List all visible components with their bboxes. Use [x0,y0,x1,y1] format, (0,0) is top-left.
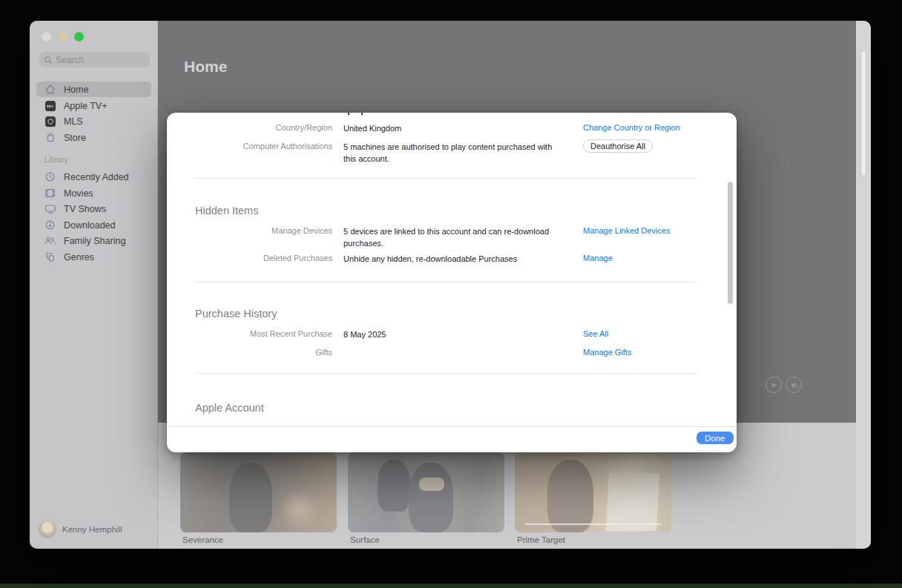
user-name: Kenny Hemphill [62,525,122,534]
sidebar-item-tv-shows[interactable]: TV Shows [36,201,151,217]
mute-button[interactable] [786,377,802,393]
manage-gifts-link[interactable]: Manage Gifts [583,348,631,357]
done-button[interactable]: Done [697,432,734,444]
row-label: Country/Region [167,123,332,132]
sidebar-item-label: Recently Added [64,172,129,182]
deauthorise-all-button[interactable]: Deauthorise All [583,139,653,153]
search-input[interactable] [56,55,137,65]
row-label: Most Recent Purchase [167,329,332,338]
sidebar-item-downloaded[interactable]: Downloaded [36,217,151,233]
poster-title: Prime Target [517,535,565,544]
search-field[interactable] [39,52,150,67]
sidebar-item-label: Genres [64,252,94,262]
manage-linked-devices-link[interactable]: Manage Linked Devices [583,226,670,235]
row-label: Computer Authorisations [167,142,332,151]
clipped-scrolled-text [348,113,349,115]
apple-account-heading: Apple Account [195,402,264,414]
sidebar-item-recently-added[interactable]: Recently Added [36,169,151,185]
play-button[interactable] [766,377,782,393]
row-value: United Kingdom [343,123,566,135]
sidebar-item-family-sharing[interactable]: Family Sharing [36,233,151,248]
sidebar-item-label: Store [64,133,86,143]
apple-tv-plus-icon: tv+ [44,101,56,111]
poster-prime-target[interactable] [515,452,671,532]
section-divider [195,282,697,283]
manage-deleted-purchases-link[interactable]: Manage [583,254,613,262]
genres-masks-icon [44,252,56,262]
sidebar-item-label: Home [64,85,88,95]
sidebar-item-genres[interactable]: Genres [36,249,151,265]
window-controls [42,32,84,42]
user-avatar [39,521,56,538]
sidebar: Home tv+ Apple TV+ MLS Store Library [30,21,158,549]
search-icon [44,56,53,65]
sidebar-item-label: Apple TV+ [64,101,108,111]
row-label: Gifts [167,348,332,357]
sidebar-item-movies[interactable]: Movies [36,185,151,201]
change-country-link[interactable]: Change Country or Region [583,123,680,132]
speaker-muted-icon [790,381,798,389]
row-value: 8 May 2025 [343,329,566,341]
window-scrollbar-track[interactable] [856,21,871,549]
window-scrollbar-thumb[interactable] [860,50,866,176]
sidebar-item-label: Family Sharing [64,236,125,246]
poster-surface[interactable] [348,452,504,532]
sidebar-item-label: Movies [64,188,93,199]
poster-severance[interactable] [180,452,337,532]
library-section-label: Library [45,155,68,164]
row-value: 5 devices are linked to this account and… [343,226,566,250]
section-divider [195,373,697,374]
sidebar-item-home[interactable]: Home [36,82,151,97]
sidebar-item-mls[interactable]: MLS [36,113,151,129]
row-value: Unhide any hidden, re-downloadable Purch… [343,254,566,265]
row-label: Manage Devices [167,226,332,235]
zoom-window-button[interactable] [74,32,84,42]
film-icon [44,189,56,197]
sidebar-item-store[interactable]: Store [36,130,151,145]
see-all-purchases-link[interactable]: See All [583,329,608,338]
account-settings-dialog: Country/Region United Kingdom Change Cou… [167,113,737,452]
poster-title: Surface [350,535,380,544]
close-window-button[interactable] [42,32,51,42]
desktop-wallpaper-strip [0,584,902,588]
sidebar-item-label: TV Shows [64,204,106,214]
store-bag-icon [44,133,56,142]
section-divider [195,178,697,179]
clock-icon [44,172,56,182]
home-icon [44,85,56,94]
sidebar-item-label: MLS [64,116,83,127]
hidden-items-heading: Hidden Items [195,205,258,217]
desktop-background: Home Severance [0,0,902,588]
minimize-window-button[interactable] [58,32,68,42]
account-user-row[interactable]: Kenny Hemphill [39,521,122,538]
poster-title: Severance [182,535,223,544]
download-icon [44,220,56,230]
row-label: Deleted Purchases [167,254,332,262]
row-value: 5 machines are authorised to play conten… [343,142,566,165]
family-sharing-icon [44,237,56,245]
footer-divider [167,426,737,427]
sidebar-item-apple-tv-plus[interactable]: tv+ Apple TV+ [36,98,151,113]
play-icon [771,382,777,389]
clipped-scrolled-text [361,113,363,115]
purchase-history-heading: Purchase History [195,308,277,320]
mls-icon [44,116,56,127]
modal-scrollbar-thumb[interactable] [728,182,733,304]
sidebar-item-label: Downloaded [64,220,116,231]
page-title: Home [184,58,227,76]
tv-icon [44,205,56,214]
